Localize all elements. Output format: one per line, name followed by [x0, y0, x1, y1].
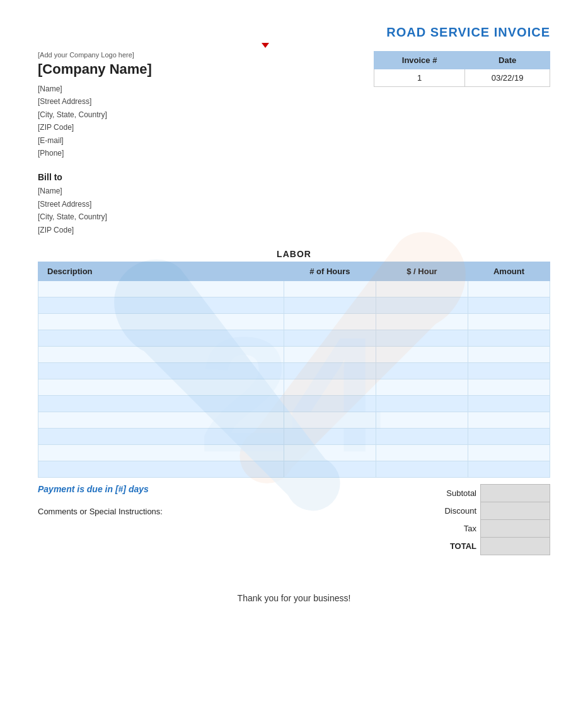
- discount-label: Discount: [374, 502, 481, 519]
- total-value: [481, 537, 550, 555]
- hours-cell: [284, 395, 376, 412]
- table-row: [38, 444, 550, 461]
- amount-cell: [468, 280, 550, 297]
- desc-cell: [38, 379, 284, 395]
- hours-cell: [284, 297, 376, 313]
- desc-cell: [38, 330, 284, 346]
- amount-cell: [468, 461, 550, 477]
- amount-cell: [468, 297, 550, 313]
- rate-cell: [376, 280, 468, 297]
- hours-cell: [284, 362, 376, 379]
- labor-title: LABOR: [38, 249, 550, 259]
- table-row: [38, 280, 550, 297]
- amount-cell: [468, 412, 550, 428]
- bill-to-name: [Name]: [38, 185, 550, 197]
- hours-cell: [284, 379, 376, 395]
- footer-left: Payment is due in [#] days Comments or S…: [38, 484, 374, 516]
- desc-cell: [38, 313, 284, 330]
- col-amount: Amount: [468, 262, 550, 280]
- table-row: [38, 297, 550, 313]
- col-invoice-number: Invoice #: [374, 52, 465, 69]
- invoice-title: ROAD SERVICE INVOICE: [38, 25, 550, 40]
- company-info: [Name] [Street Address] [City, State, Co…: [38, 83, 349, 159]
- desc-cell: [38, 461, 284, 477]
- table-row: [38, 461, 550, 477]
- amount-cell: [468, 395, 550, 412]
- rate-cell: [376, 412, 468, 428]
- summary-table: Subtotal Discount Tax TOTAL: [374, 484, 550, 555]
- desc-cell: [38, 346, 284, 362]
- subtotal-value: [481, 484, 550, 502]
- desc-cell: [38, 444, 284, 461]
- subtotal-label: Subtotal: [374, 484, 481, 502]
- company-block: [Add your Company Logo here] [Company Na…: [38, 51, 349, 159]
- bill-to-info: [Name] [Street Address] [City, State, Co…: [38, 185, 550, 236]
- invoice-meta: Invoice # Date 1 03/22/19: [374, 51, 550, 87]
- amount-cell: [468, 330, 550, 346]
- company-email: [E-mail]: [38, 134, 349, 147]
- rate-cell: [376, 461, 468, 477]
- amount-cell: [468, 346, 550, 362]
- bill-to-zip: [ZIP Code]: [38, 224, 550, 236]
- hours-cell: [284, 313, 376, 330]
- rate-cell: [376, 395, 468, 412]
- company-name: [Company Name]: [38, 61, 349, 78]
- col-hours: # of Hours: [284, 262, 376, 280]
- rate-cell: [376, 379, 468, 395]
- amount-cell: [468, 362, 550, 379]
- company-city: [City, State, Country]: [38, 108, 349, 121]
- payment-due: Payment is due in [#] days: [38, 484, 349, 494]
- table-row: [38, 379, 550, 395]
- bill-to-section: Bill to [Name] [Street Address] [City, S…: [38, 172, 550, 236]
- col-rate: $ / Hour: [376, 262, 468, 280]
- desc-cell: [38, 362, 284, 379]
- table-row: [38, 362, 550, 379]
- table-row: [38, 313, 550, 330]
- company-name-field: [Name]: [38, 83, 349, 95]
- hours-cell: [284, 412, 376, 428]
- desc-cell: [38, 395, 284, 412]
- rate-cell: [376, 346, 468, 362]
- discount-value: [481, 502, 550, 519]
- company-zip: [ZIP Code]: [38, 121, 349, 134]
- col-date: Date: [465, 52, 550, 69]
- footer-section: Payment is due in [#] days Comments or S…: [38, 484, 550, 555]
- rate-cell: [376, 362, 468, 379]
- header-section: [Add your Company Logo here] [Company Na…: [38, 51, 550, 159]
- rate-cell: [376, 330, 468, 346]
- table-row: [38, 330, 550, 346]
- comments-label: Comments or Special Instructions:: [38, 507, 349, 516]
- table-row: [38, 412, 550, 428]
- company-street: [Street Address]: [38, 95, 349, 108]
- col-description: Description: [38, 262, 284, 280]
- amount-cell: [468, 313, 550, 330]
- amount-cell: [468, 379, 550, 395]
- desc-cell: [38, 412, 284, 428]
- hours-cell: [284, 444, 376, 461]
- logo-placeholder: [Add your Company Logo here]: [38, 51, 349, 59]
- tax-label: Tax: [374, 519, 481, 537]
- tax-value: [481, 519, 550, 537]
- table-row: [38, 428, 550, 444]
- desc-cell: [38, 297, 284, 313]
- amount-cell: [468, 444, 550, 461]
- labor-section: LABOR Description # of Hours $ / Hour Am…: [38, 249, 550, 478]
- rate-cell: [376, 313, 468, 330]
- bill-to-label: Bill to: [38, 172, 550, 182]
- hours-cell: [284, 330, 376, 346]
- labor-table: Description # of Hours $ / Hour Amount: [38, 262, 550, 478]
- hours-cell: [284, 346, 376, 362]
- company-phone: [Phone]: [38, 147, 349, 159]
- bill-to-city: [City, State, Country]: [38, 211, 550, 223]
- rate-cell: [376, 428, 468, 444]
- hours-cell: [284, 461, 376, 477]
- summary-data-table: Subtotal Discount Tax TOTAL: [374, 484, 550, 555]
- rate-cell: [376, 444, 468, 461]
- desc-cell: [38, 428, 284, 444]
- table-row: [38, 346, 550, 362]
- invoice-meta-table: Invoice # Date 1 03/22/19: [374, 51, 550, 87]
- rate-cell: [376, 297, 468, 313]
- table-row: [38, 395, 550, 412]
- hours-cell: [284, 280, 376, 297]
- amount-cell: [468, 428, 550, 444]
